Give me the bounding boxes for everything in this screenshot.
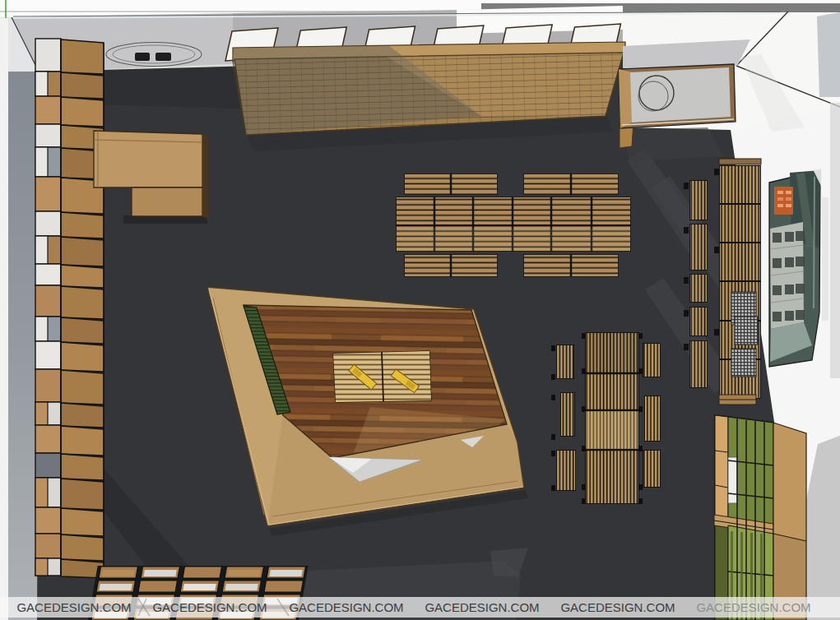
- svg-text:GACEDESIGN.COM: GACEDESIGN.COM: [696, 600, 810, 614]
- svg-text:GACEDESIGN.COM: GACEDESIGN.COM: [289, 600, 403, 614]
- svg-text:GACEDESIGN.COM: GACEDESIGN.COM: [16, 600, 131, 614]
- svg-text:GACEDESIGN.COM: GACEDESIGN.COM: [560, 600, 675, 614]
- svg-text:GACEDESIGN.COM: GACEDESIGN.COM: [425, 600, 539, 614]
- svg-text:GACEDESIGN.COM: GACEDESIGN.COM: [152, 600, 267, 614]
